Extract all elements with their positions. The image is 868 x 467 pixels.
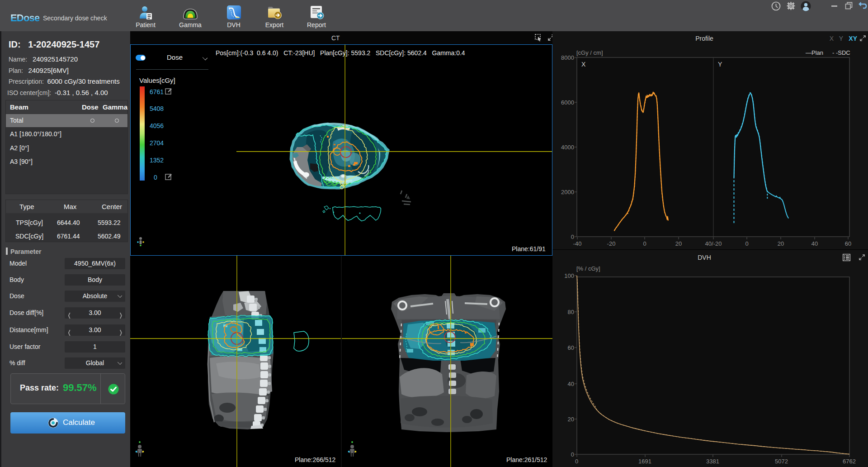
svg-text:20: 20 <box>778 240 784 247</box>
svg-text:100: 100 <box>564 272 574 279</box>
svg-text:20: 20 <box>568 416 574 423</box>
svg-text:6000: 6000 <box>561 99 574 106</box>
svg-text:60: 60 <box>845 240 851 247</box>
svg-text:40: 40 <box>811 240 818 247</box>
svg-text:0: 0 <box>643 240 646 247</box>
svg-text:3381: 3381 <box>706 458 719 465</box>
svg-text:40: 40 <box>568 381 574 387</box>
svg-text:-40: -40 <box>573 240 582 247</box>
svg-text:8000: 8000 <box>561 54 574 61</box>
svg-text:40/-20: 40/-20 <box>705 240 722 247</box>
svg-text:0: 0 <box>575 458 578 465</box>
svg-text:Y: Y <box>718 61 722 68</box>
svg-text:-20: -20 <box>607 240 616 247</box>
svg-text:0: 0 <box>571 234 574 240</box>
svg-text:80: 80 <box>568 309 574 315</box>
svg-text:1691: 1691 <box>638 458 651 465</box>
svg-text:0: 0 <box>745 240 748 247</box>
svg-text:20: 20 <box>675 240 682 247</box>
svg-text:60: 60 <box>568 344 574 351</box>
svg-text:5072: 5072 <box>775 458 788 465</box>
svg-text:X: X <box>581 61 586 68</box>
svg-text:6762: 6762 <box>843 458 856 465</box>
svg-text:0: 0 <box>571 451 574 458</box>
svg-text:2000: 2000 <box>561 189 574 195</box>
svg-text:4000: 4000 <box>561 144 574 151</box>
